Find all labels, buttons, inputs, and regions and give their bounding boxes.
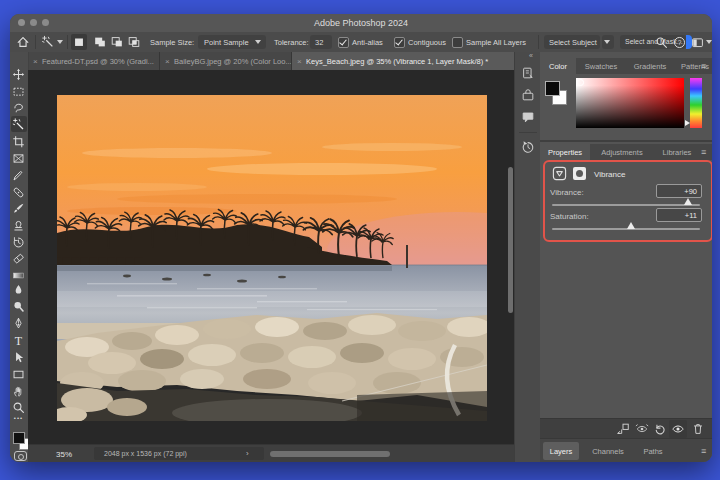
- collapsed-panel-dock: «: [514, 52, 542, 462]
- tab-paths[interactable]: Paths: [636, 442, 670, 460]
- tab-label: BaileyBG.jpeg @ 20% (Color Loo...: [174, 57, 292, 66]
- tab-featured-dt[interactable]: × Featured-DT.psd @ 30% (Gradi...: [28, 52, 160, 70]
- hue-slider[interactable]: [690, 78, 702, 128]
- dodge-tool-icon[interactable]: [12, 300, 25, 313]
- doc-info: 2048 px x 1536 px (72 ppi): [104, 450, 187, 457]
- tab-properties[interactable]: Properties: [540, 144, 590, 160]
- frame-tool-icon[interactable]: [12, 152, 25, 165]
- tab-libraries[interactable]: Libraries: [654, 144, 700, 160]
- expand-panels-icon[interactable]: «: [529, 52, 533, 59]
- tolerance-input[interactable]: 32: [310, 35, 332, 49]
- path-select-tool-icon[interactable]: [12, 351, 25, 364]
- close-icon[interactable]: ×: [165, 57, 170, 66]
- vertical-scrollbar[interactable]: [508, 167, 513, 313]
- type-tool-icon[interactable]: T: [12, 334, 25, 347]
- blur-tool-icon[interactable]: [12, 283, 25, 296]
- adjustment-title: Vibrance: [594, 170, 625, 179]
- brush-tool-icon[interactable]: [12, 202, 25, 215]
- new-selection-mode-button[interactable]: [72, 35, 86, 49]
- options-bar: Sample Size: Point Sample Tolerance: 32 …: [10, 32, 712, 53]
- select-subject-button[interactable]: Select Subject: [544, 35, 600, 49]
- marquee-tool-icon[interactable]: [12, 85, 25, 98]
- clip-to-layer-icon[interactable]: [616, 422, 630, 436]
- version-history-icon[interactable]: [521, 66, 535, 80]
- layer-mask-thumbnail[interactable]: [573, 167, 586, 180]
- hand-tool-icon[interactable]: [12, 385, 25, 398]
- tab-color[interactable]: Color: [540, 58, 576, 74]
- tab-baileybg[interactable]: × BaileyBG.jpeg @ 20% (Color Loo...: [160, 52, 292, 70]
- quick-mask-mode-icon[interactable]: [14, 451, 27, 461]
- add-to-selection-mode-button[interactable]: [93, 35, 107, 49]
- horizontal-scrollbar[interactable]: [270, 451, 390, 457]
- eyedropper-tool-icon[interactable]: [12, 169, 25, 182]
- delete-trash-icon[interactable]: [691, 422, 705, 436]
- panel-menu-icon[interactable]: ≡: [701, 61, 706, 71]
- anti-alias-checkbox[interactable]: [338, 37, 349, 48]
- contiguous-checkbox[interactable]: [394, 37, 405, 48]
- close-icon[interactable]: ×: [33, 57, 38, 66]
- tab-gradients[interactable]: Gradients: [626, 58, 674, 74]
- saturation-slider-thumb[interactable]: [627, 222, 635, 229]
- tab-keys-beach-active[interactable]: × Keys_Beach.jpeg @ 35% (Vibrance 1, Lay…: [292, 52, 515, 70]
- tab-swatches[interactable]: Swatches: [578, 58, 624, 74]
- color-field-marker[interactable]: [577, 79, 584, 86]
- shape-tool-icon[interactable]: [12, 368, 25, 381]
- intersect-selection-mode-button[interactable]: [127, 35, 141, 49]
- tab-layers[interactable]: Layers: [543, 442, 579, 460]
- view-previous-state-icon[interactable]: [635, 422, 649, 436]
- title-bar: Adobe Photoshop 2024: [10, 14, 712, 33]
- tab-adjustments[interactable]: Adjustments: [592, 144, 652, 160]
- toggle-visibility-eye-icon[interactable]: [671, 422, 685, 436]
- magic-wand-preset-icon[interactable]: [41, 35, 55, 49]
- vibrance-value-input[interactable]: +90: [656, 184, 702, 198]
- close-icon[interactable]: ×: [297, 57, 302, 66]
- divider: [540, 140, 712, 142]
- foreground-color-swatch[interactable]: [13, 432, 25, 444]
- sample-size-dropdown[interactable]: Point Sample: [198, 35, 266, 49]
- chevron-down-icon[interactable]: [706, 40, 712, 44]
- gradient-tool-icon[interactable]: [12, 269, 25, 282]
- chevron-down-icon[interactable]: [57, 40, 63, 44]
- color-field[interactable]: [576, 78, 684, 128]
- canvas-area[interactable]: [28, 70, 514, 444]
- crop-tool-icon[interactable]: [12, 135, 25, 148]
- vibrance-slider-thumb[interactable]: [684, 198, 692, 205]
- panel-menu-icon[interactable]: ≡: [701, 446, 706, 456]
- hue-slider-marker[interactable]: [685, 120, 690, 126]
- magic-wand-tool-icon[interactable]: [12, 118, 25, 131]
- zoom-tool-icon[interactable]: [12, 401, 25, 414]
- help-icon[interactable]: ?: [673, 35, 686, 48]
- tab-patterns[interactable]: Patterns: [674, 58, 712, 74]
- photo-keys-beach[interactable]: [57, 95, 487, 421]
- history-panel-icon[interactable]: [521, 140, 535, 154]
- tolerance-label: Tolerance:: [274, 38, 309, 47]
- subtract-from-selection-mode-button[interactable]: [110, 35, 124, 49]
- foreground-color-swatch[interactable]: [545, 81, 560, 96]
- saturation-slider[interactable]: [552, 228, 700, 230]
- select-subject-dropdown-button[interactable]: [602, 35, 614, 49]
- reset-adjustment-icon[interactable]: [653, 422, 667, 436]
- pen-tool-icon[interactable]: [12, 317, 25, 330]
- clone-stamp-tool-icon[interactable]: [12, 219, 25, 232]
- select-subject-label: Select Subject: [549, 38, 597, 47]
- search-icon[interactable]: [655, 35, 668, 48]
- divider: [538, 35, 539, 49]
- tab-label: Keys_Beach.jpeg @ 35% (Vibrance 1, Layer…: [306, 57, 488, 66]
- layers-panel-tab-row: Layers Channels Paths ≡: [540, 438, 712, 462]
- workspace-switcher-icon[interactable]: [691, 35, 704, 48]
- panel-menu-icon[interactable]: ≡: [701, 147, 706, 157]
- sample-all-layers-checkbox[interactable]: [452, 37, 463, 48]
- status-chevron-icon[interactable]: ›: [246, 449, 249, 458]
- vibrance-slider[interactable]: [552, 204, 700, 206]
- history-brush-tool-icon[interactable]: [12, 236, 25, 249]
- healing-brush-tool-icon[interactable]: [12, 186, 25, 199]
- libraries-icon[interactable]: [521, 88, 535, 102]
- home-icon[interactable]: [16, 35, 30, 49]
- move-tool-icon[interactable]: [12, 68, 25, 81]
- tab-channels[interactable]: Channels: [584, 442, 632, 460]
- eraser-tool-icon[interactable]: [12, 252, 25, 265]
- saturation-value-input[interactable]: +11: [656, 208, 702, 222]
- zoom-level[interactable]: 35%: [56, 450, 72, 459]
- comments-icon[interactable]: [521, 110, 535, 124]
- lasso-tool-icon[interactable]: [12, 101, 25, 114]
